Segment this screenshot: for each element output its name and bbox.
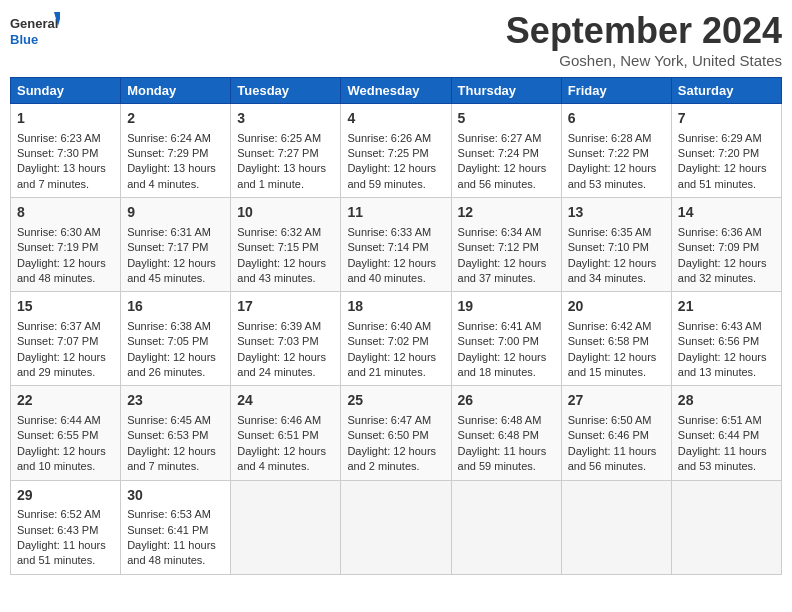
day-info: and 56 minutes. xyxy=(458,177,555,192)
day-info: Sunset: 7:09 PM xyxy=(678,240,775,255)
calendar-title: September 2024 xyxy=(506,10,782,52)
day-info: and 48 minutes. xyxy=(127,553,224,568)
day-info: Daylight: 11 hours xyxy=(17,538,114,553)
day-info: and 59 minutes. xyxy=(458,459,555,474)
day-number: 16 xyxy=(127,297,224,317)
day-info: and 29 minutes. xyxy=(17,365,114,380)
day-number: 17 xyxy=(237,297,334,317)
logo: General Blue xyxy=(10,10,60,52)
day-info: and 34 minutes. xyxy=(568,271,665,286)
page-header: General Blue September 2024 Goshen, New … xyxy=(10,10,782,69)
day-info: Sunrise: 6:38 AM xyxy=(127,319,224,334)
calendar-day-20: 20Sunrise: 6:42 AMSunset: 6:58 PMDayligh… xyxy=(561,292,671,386)
empty-cell xyxy=(231,480,341,574)
day-info: Sunrise: 6:41 AM xyxy=(458,319,555,334)
day-info: and 1 minute. xyxy=(237,177,334,192)
day-info: and 21 minutes. xyxy=(347,365,444,380)
col-saturday: Saturday xyxy=(671,78,781,104)
day-info: Sunrise: 6:29 AM xyxy=(678,131,775,146)
day-info: Sunrise: 6:43 AM xyxy=(678,319,775,334)
day-info: and 37 minutes. xyxy=(458,271,555,286)
day-info: Sunset: 7:20 PM xyxy=(678,146,775,161)
calendar-body: 1Sunrise: 6:23 AMSunset: 7:30 PMDaylight… xyxy=(11,104,782,575)
day-info: Sunset: 6:58 PM xyxy=(568,334,665,349)
day-info: Sunrise: 6:24 AM xyxy=(127,131,224,146)
day-info: and 45 minutes. xyxy=(127,271,224,286)
day-info: Sunrise: 6:27 AM xyxy=(458,131,555,146)
day-number: 7 xyxy=(678,109,775,129)
day-info: and 51 minutes. xyxy=(17,553,114,568)
day-info: and 32 minutes. xyxy=(678,271,775,286)
calendar-day-3: 3Sunrise: 6:25 AMSunset: 7:27 PMDaylight… xyxy=(231,104,341,198)
day-info: Daylight: 12 hours xyxy=(237,350,334,365)
calendar-week-5: 29Sunrise: 6:52 AMSunset: 6:43 PMDayligh… xyxy=(11,480,782,574)
day-info: and 48 minutes. xyxy=(17,271,114,286)
day-number: 18 xyxy=(347,297,444,317)
day-number: 29 xyxy=(17,486,114,506)
day-info: and 53 minutes. xyxy=(678,459,775,474)
day-info: Sunset: 7:30 PM xyxy=(17,146,114,161)
day-info: Daylight: 12 hours xyxy=(568,161,665,176)
col-thursday: Thursday xyxy=(451,78,561,104)
day-number: 4 xyxy=(347,109,444,129)
calendar-day-8: 8Sunrise: 6:30 AMSunset: 7:19 PMDaylight… xyxy=(11,198,121,292)
day-info: Daylight: 12 hours xyxy=(347,444,444,459)
day-info: Daylight: 12 hours xyxy=(17,350,114,365)
day-info: Daylight: 13 hours xyxy=(237,161,334,176)
day-info: Sunset: 7:17 PM xyxy=(127,240,224,255)
day-info: Sunrise: 6:52 AM xyxy=(17,507,114,522)
calendar-day-12: 12Sunrise: 6:34 AMSunset: 7:12 PMDayligh… xyxy=(451,198,561,292)
day-info: Sunset: 6:51 PM xyxy=(237,428,334,443)
calendar-day-10: 10Sunrise: 6:32 AMSunset: 7:15 PMDayligh… xyxy=(231,198,341,292)
day-info: Sunset: 7:22 PM xyxy=(568,146,665,161)
day-info: Sunset: 7:07 PM xyxy=(17,334,114,349)
day-number: 5 xyxy=(458,109,555,129)
day-info: Sunset: 6:43 PM xyxy=(17,523,114,538)
calendar-day-11: 11Sunrise: 6:33 AMSunset: 7:14 PMDayligh… xyxy=(341,198,451,292)
day-info: Daylight: 12 hours xyxy=(127,256,224,271)
day-number: 8 xyxy=(17,203,114,223)
day-info: Sunset: 6:53 PM xyxy=(127,428,224,443)
day-info: Sunrise: 6:37 AM xyxy=(17,319,114,334)
day-number: 14 xyxy=(678,203,775,223)
day-info: and 2 minutes. xyxy=(347,459,444,474)
calendar-day-9: 9Sunrise: 6:31 AMSunset: 7:17 PMDaylight… xyxy=(121,198,231,292)
day-info: Sunrise: 6:40 AM xyxy=(347,319,444,334)
day-info: and 7 minutes. xyxy=(127,459,224,474)
day-number: 9 xyxy=(127,203,224,223)
day-info: Daylight: 12 hours xyxy=(568,256,665,271)
day-info: Daylight: 12 hours xyxy=(458,256,555,271)
svg-text:General: General xyxy=(10,16,58,31)
day-info: and 56 minutes. xyxy=(568,459,665,474)
day-info: Daylight: 11 hours xyxy=(568,444,665,459)
calendar-day-13: 13Sunrise: 6:35 AMSunset: 7:10 PMDayligh… xyxy=(561,198,671,292)
col-friday: Friday xyxy=(561,78,671,104)
calendar-day-22: 22Sunrise: 6:44 AMSunset: 6:55 PMDayligh… xyxy=(11,386,121,480)
day-info: and 13 minutes. xyxy=(678,365,775,380)
calendar-day-25: 25Sunrise: 6:47 AMSunset: 6:50 PMDayligh… xyxy=(341,386,451,480)
col-sunday: Sunday xyxy=(11,78,121,104)
day-number: 1 xyxy=(17,109,114,129)
day-number: 25 xyxy=(347,391,444,411)
calendar-day-30: 30Sunrise: 6:53 AMSunset: 6:41 PMDayligh… xyxy=(121,480,231,574)
day-info: Daylight: 12 hours xyxy=(237,444,334,459)
calendar-day-7: 7Sunrise: 6:29 AMSunset: 7:20 PMDaylight… xyxy=(671,104,781,198)
day-info: Daylight: 12 hours xyxy=(17,444,114,459)
day-info: Sunrise: 6:53 AM xyxy=(127,507,224,522)
day-number: 30 xyxy=(127,486,224,506)
day-info: Daylight: 12 hours xyxy=(347,256,444,271)
col-monday: Monday xyxy=(121,78,231,104)
day-info: Sunrise: 6:32 AM xyxy=(237,225,334,240)
day-info: Sunrise: 6:23 AM xyxy=(17,131,114,146)
day-info: Sunset: 7:24 PM xyxy=(458,146,555,161)
day-info: Sunrise: 6:30 AM xyxy=(17,225,114,240)
calendar-day-29: 29Sunrise: 6:52 AMSunset: 6:43 PMDayligh… xyxy=(11,480,121,574)
day-info: Sunrise: 6:25 AM xyxy=(237,131,334,146)
day-info: and 43 minutes. xyxy=(237,271,334,286)
day-info: Daylight: 12 hours xyxy=(127,350,224,365)
day-info: Sunrise: 6:34 AM xyxy=(458,225,555,240)
day-info: and 18 minutes. xyxy=(458,365,555,380)
calendar-day-21: 21Sunrise: 6:43 AMSunset: 6:56 PMDayligh… xyxy=(671,292,781,386)
day-info: Sunset: 7:15 PM xyxy=(237,240,334,255)
col-wednesday: Wednesday xyxy=(341,78,451,104)
